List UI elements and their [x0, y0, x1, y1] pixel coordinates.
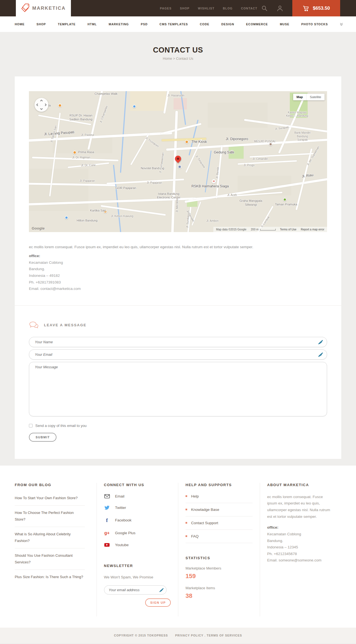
map-type-map-button[interactable]: Map: [293, 94, 306, 100]
facebook-icon: f: [104, 517, 110, 523]
about-office-line: Ph. +6212345678: [267, 551, 334, 557]
map-label: Jl. Progo: [244, 164, 254, 167]
google-plus-link[interactable]: g+ Google Plus: [104, 531, 171, 536]
map-label: The Kiosk: [191, 140, 207, 144]
submit-button[interactable]: SUBMIT: [29, 433, 56, 442]
sign-up-button[interactable]: SIGN UP: [145, 598, 171, 607]
blog-link[interactable]: Should You Use Fashion Consultant Servic…: [15, 548, 85, 570]
about-heading: ABOUT MARKETICA: [267, 483, 334, 487]
blog-link[interactable]: Plus Size Fashion: Is There Such a Thing…: [15, 570, 85, 584]
menu-item-ecommerce[interactable]: ECOMMERCE: [246, 23, 268, 26]
menu-item-design[interactable]: DESIGN: [221, 23, 234, 26]
brand-logo[interactable]: MARKETICA: [16, 0, 71, 16]
map-label: Jl. Cimandiri: [253, 157, 268, 160]
map-pan-control[interactable]: [34, 98, 48, 112]
top-nav-blog[interactable]: BLOG: [223, 7, 233, 10]
top-nav-wishlist[interactable]: WISHLIST: [198, 7, 215, 10]
terms-of-use-link[interactable]: Terms of Use: [280, 228, 296, 231]
copyright-bar: COPYRIGHT © 2015 TOKOPRESS PRIVACY POLIC…: [0, 628, 356, 643]
menu-item-cms-templates[interactable]: CMS TEMPLATES: [160, 23, 188, 26]
hotel-poi-icon: [178, 165, 181, 168]
top-nav-contact[interactable]: CONTACT: [241, 7, 257, 10]
office-line: Ph. +62817391083: [29, 279, 327, 286]
map-label: Jl. Aceh: [227, 193, 237, 197]
menu-item-shop[interactable]: SHOP: [36, 23, 46, 26]
help-link[interactable]: Contact Support: [186, 516, 253, 530]
footer-links: PRIVACY POLICY . TERMS OF SERVICES: [175, 634, 242, 637]
restaurant-poi-icon: [185, 140, 189, 144]
menu-item-html[interactable]: HTML: [88, 23, 97, 26]
facebook-link[interactable]: f Facebook: [104, 517, 171, 523]
map-type-satellite-button[interactable]: Satellite: [306, 94, 325, 100]
square-bullet-icon: [186, 522, 187, 524]
brand-name: MARKETICA: [32, 6, 66, 11]
help-link[interactable]: Knowladge Base: [186, 503, 253, 516]
newsletter-email-input[interactable]: [104, 585, 167, 595]
contact-intro-text: ec mollis lorem consequat. Fusce ipsum e…: [29, 245, 327, 249]
top-nav-shop[interactable]: SHOP: [180, 7, 190, 10]
menu-item-home[interactable]: HOME: [15, 23, 25, 26]
chevron-down-icon[interactable]: [340, 23, 343, 26]
map-label: Jl. Surapati: [275, 125, 289, 130]
help-link[interactable]: FAQ: [186, 530, 253, 543]
newsletter-tagline: We Won't Spam, We Promise: [104, 575, 171, 579]
map-label: RSUP Dr. Hasan Sadikin Bandung: [68, 114, 94, 121]
about-office-block: office: Kecamatan Coblong Bandung. Indon…: [267, 524, 334, 564]
map-label: Jl. Lombok: [260, 215, 270, 228]
send-copy-checkbox[interactable]: [29, 424, 33, 427]
google-map[interactable]: H Champelas Walk Jl. Hasanudin Raja Sund…: [29, 91, 327, 232]
user-icon[interactable]: [277, 5, 283, 11]
map-attribution: Map data ©2015 Google 200 m Terms of Use…: [213, 227, 327, 232]
footer-blog-column: FROM OUR BLOG How To Start Your Own Fash…: [15, 483, 97, 616]
twitter-link[interactable]: Twitter: [104, 506, 171, 510]
menu-item-template[interactable]: TEMPLATE: [58, 23, 76, 26]
menu-item-code[interactable]: CODE: [200, 23, 209, 26]
send-copy-row: Send a copy of this email to you: [29, 424, 327, 428]
map-label: Jl. Kebon Kawung: [111, 215, 134, 218]
office-line: Email. contact@marketica.com: [29, 285, 327, 292]
page-header: CONTACT US Home > Contact Us: [0, 32, 356, 76]
google-plus-icon: g+: [104, 531, 110, 536]
google-logo: Google: [32, 226, 45, 230]
office-line: Bandung.: [29, 266, 327, 272]
cart-button[interactable]: $653.50: [292, 0, 340, 16]
help-link[interactable]: Help: [186, 490, 253, 503]
menu-item-muse[interactable]: MUSE: [280, 23, 289, 26]
email-input[interactable]: [29, 349, 327, 360]
report-map-error-link[interactable]: Report a map error: [301, 228, 324, 231]
email-link[interactable]: Email: [104, 494, 171, 498]
pan-arrows-icon: [34, 98, 48, 112]
map-label: Jl. Riau: [301, 173, 313, 178]
blog-link[interactable]: How To Start Your Own Fashion Store?: [15, 491, 85, 506]
footer-help-column: HELP AND SUPPORTS Help Knowladge Base Co…: [178, 483, 260, 616]
terms-of-services-link[interactable]: TERMS OF SERVICES: [207, 634, 242, 637]
square-bullet-icon: [186, 535, 187, 537]
header-icons: [261, 5, 283, 11]
social-list: Email Twitter f Facebook g+ Googl: [104, 494, 171, 547]
top-nav-pages[interactable]: PAGES: [160, 7, 172, 10]
blog-link[interactable]: How To Choose The Perfect Fashion Store?: [15, 506, 85, 527]
map-type-control: Map Satellite: [293, 94, 325, 100]
office-address-block: office: Kecamatan Coblong Bandung. Indon…: [29, 253, 327, 292]
section-divider: [15, 305, 341, 306]
privacy-policy-link[interactable]: PRIVACY POLICY: [175, 634, 204, 637]
menu-item-photo-stocks[interactable]: PHOTO STOCKS: [301, 23, 328, 26]
map-label: Jl. Dr. Curie: [81, 164, 96, 167]
map-label: Jl. Cihampelas: [99, 105, 108, 123]
map-label: Graha Manggala Siliwangi: [238, 199, 264, 207]
message-textarea[interactable]: [29, 362, 327, 416]
about-office-line: Email. someone@someone.com: [267, 557, 334, 564]
breadcrumb-home[interactable]: Home: [163, 57, 172, 61]
menu-item-psd[interactable]: PSD: [141, 23, 148, 26]
about-office-line: Indonesia – 12345: [267, 544, 334, 551]
footer-about-column: ABOUT MARKETICA ec mollis lorem consequa…: [260, 483, 342, 616]
scale-bar: [260, 229, 276, 230]
blog-link[interactable]: What is So Alluring About Celebrity Fash…: [15, 527, 85, 548]
name-input[interactable]: [29, 337, 327, 347]
search-icon[interactable]: [261, 5, 268, 11]
about-office-line: Kecamatan Coblong: [267, 531, 334, 538]
youtube-link[interactable]: Youtube: [104, 543, 171, 547]
content-card: H Champelas Walk Jl. Hasanudin Raja Sund…: [15, 76, 341, 459]
map-label: Jl. Pasteur: [81, 133, 94, 136]
menu-item-marketing[interactable]: MARKETING: [109, 23, 129, 26]
